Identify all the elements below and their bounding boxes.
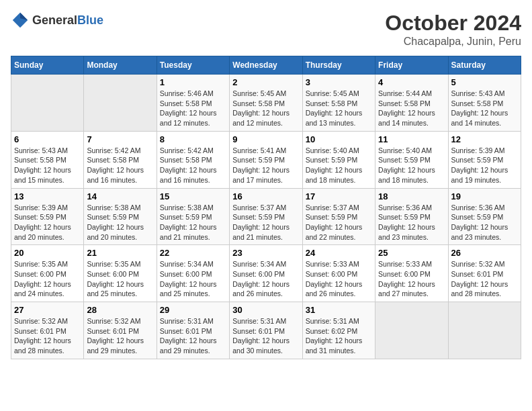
calendar-cell: 13Sunrise: 5:39 AM Sunset: 5:59 PM Dayli… <box>11 188 84 245</box>
day-number: 16 <box>232 191 299 201</box>
calendar-cell: 20Sunrise: 5:35 AM Sunset: 6:00 PM Dayli… <box>11 245 84 302</box>
day-number: 21 <box>87 248 153 258</box>
calendar-cell: 28Sunrise: 5:32 AM Sunset: 6:01 PM Dayli… <box>84 302 157 359</box>
calendar-header: SundayMondayTuesdayWednesdayThursdayFrid… <box>11 56 521 75</box>
calendar-week-4: 20Sunrise: 5:35 AM Sunset: 6:00 PM Dayli… <box>11 245 521 302</box>
calendar-cell: 19Sunrise: 5:36 AM Sunset: 5:59 PM Dayli… <box>448 188 521 245</box>
calendar-cell: 23Sunrise: 5:34 AM Sunset: 6:00 PM Dayli… <box>230 245 302 302</box>
calendar-cell: 31Sunrise: 5:31 AM Sunset: 6:02 PM Dayli… <box>302 302 375 359</box>
calendar-cell <box>11 75 84 132</box>
header-monday: Monday <box>84 56 157 75</box>
day-number: 24 <box>306 248 372 258</box>
day-number: 8 <box>160 134 226 144</box>
calendar-cell: 29Sunrise: 5:31 AM Sunset: 6:01 PM Dayli… <box>157 302 229 359</box>
day-number: 23 <box>232 248 299 258</box>
calendar-cell: 12Sunrise: 5:39 AM Sunset: 5:59 PM Dayli… <box>448 131 521 188</box>
calendar-cell <box>375 302 448 359</box>
day-info: Sunrise: 5:33 AM Sunset: 6:00 PM Dayligh… <box>306 259 372 299</box>
calendar-week-5: 27Sunrise: 5:32 AM Sunset: 6:01 PM Dayli… <box>11 302 521 359</box>
calendar-week-3: 13Sunrise: 5:39 AM Sunset: 5:59 PM Dayli… <box>11 188 521 245</box>
day-number: 2 <box>232 77 299 87</box>
day-info: Sunrise: 5:45 AM Sunset: 5:58 PM Dayligh… <box>232 89 299 128</box>
day-number: 5 <box>451 77 518 87</box>
day-number: 22 <box>160 248 226 258</box>
header-friday: Friday <box>375 56 448 75</box>
day-info: Sunrise: 5:33 AM Sunset: 6:00 PM Dayligh… <box>378 259 445 299</box>
calendar-week-2: 6Sunrise: 5:43 AM Sunset: 5:58 PM Daylig… <box>11 131 521 188</box>
page-header: GeneralBlue October 2024 Chacapalpa, Jun… <box>11 11 521 48</box>
day-info: Sunrise: 5:37 AM Sunset: 5:59 PM Dayligh… <box>306 203 372 242</box>
day-info: Sunrise: 5:34 AM Sunset: 6:00 PM Dayligh… <box>232 259 299 299</box>
day-info: Sunrise: 5:31 AM Sunset: 6:02 PM Dayligh… <box>306 316 372 356</box>
calendar-cell: 9Sunrise: 5:41 AM Sunset: 5:59 PM Daylig… <box>230 131 302 188</box>
day-info: Sunrise: 5:36 AM Sunset: 5:59 PM Dayligh… <box>378 203 445 242</box>
day-number: 17 <box>306 191 372 201</box>
calendar-cell: 5Sunrise: 5:43 AM Sunset: 5:58 PM Daylig… <box>448 75 521 132</box>
day-number: 20 <box>14 248 81 258</box>
header-tuesday: Tuesday <box>157 56 229 75</box>
day-number: 26 <box>451 248 518 258</box>
day-number: 13 <box>14 191 81 201</box>
title-block: October 2024 Chacapalpa, Junin, Peru <box>385 11 521 48</box>
calendar-week-1: 1Sunrise: 5:46 AM Sunset: 5:58 PM Daylig… <box>11 75 521 132</box>
day-info: Sunrise: 5:42 AM Sunset: 5:58 PM Dayligh… <box>87 146 153 185</box>
day-number: 29 <box>160 305 226 315</box>
calendar-cell: 22Sunrise: 5:34 AM Sunset: 6:00 PM Dayli… <box>157 245 229 302</box>
day-number: 12 <box>451 134 518 144</box>
day-number: 28 <box>87 305 153 315</box>
calendar-cell: 3Sunrise: 5:45 AM Sunset: 5:58 PM Daylig… <box>302 75 375 132</box>
calendar-cell: 30Sunrise: 5:31 AM Sunset: 6:01 PM Dayli… <box>230 302 302 359</box>
calendar-cell: 25Sunrise: 5:33 AM Sunset: 6:00 PM Dayli… <box>375 245 448 302</box>
calendar-cell: 18Sunrise: 5:36 AM Sunset: 5:59 PM Dayli… <box>375 188 448 245</box>
day-info: Sunrise: 5:46 AM Sunset: 5:58 PM Dayligh… <box>160 89 226 128</box>
logo-text-blue: Blue <box>77 13 103 27</box>
day-info: Sunrise: 5:32 AM Sunset: 6:01 PM Dayligh… <box>87 316 153 356</box>
day-info: Sunrise: 5:39 AM Sunset: 5:59 PM Dayligh… <box>14 203 81 242</box>
day-number: 27 <box>14 305 81 315</box>
day-number: 30 <box>232 305 299 315</box>
calendar-cell: 10Sunrise: 5:40 AM Sunset: 5:59 PM Dayli… <box>302 131 375 188</box>
day-number: 6 <box>14 134 81 144</box>
calendar-cell: 11Sunrise: 5:40 AM Sunset: 5:59 PM Dayli… <box>375 131 448 188</box>
calendar-cell: 6Sunrise: 5:43 AM Sunset: 5:58 PM Daylig… <box>11 131 84 188</box>
calendar-cell: 17Sunrise: 5:37 AM Sunset: 5:59 PM Dayli… <box>302 188 375 245</box>
day-info: Sunrise: 5:38 AM Sunset: 5:59 PM Dayligh… <box>160 203 226 242</box>
day-number: 4 <box>378 77 445 87</box>
day-number: 18 <box>378 191 445 201</box>
day-info: Sunrise: 5:45 AM Sunset: 5:58 PM Dayligh… <box>306 89 372 128</box>
day-number: 3 <box>306 77 372 87</box>
calendar-cell <box>84 75 157 132</box>
calendar-cell: 2Sunrise: 5:45 AM Sunset: 5:58 PM Daylig… <box>230 75 302 132</box>
header-wednesday: Wednesday <box>230 56 302 75</box>
day-info: Sunrise: 5:32 AM Sunset: 6:01 PM Dayligh… <box>451 259 518 299</box>
header-sunday: Sunday <box>11 56 84 75</box>
day-info: Sunrise: 5:40 AM Sunset: 5:59 PM Dayligh… <box>378 146 445 185</box>
page-title: October 2024 <box>385 11 521 36</box>
calendar-body: 1Sunrise: 5:46 AM Sunset: 5:58 PM Daylig… <box>11 75 521 359</box>
calendar-cell: 16Sunrise: 5:37 AM Sunset: 5:59 PM Dayli… <box>230 188 302 245</box>
day-info: Sunrise: 5:31 AM Sunset: 6:01 PM Dayligh… <box>160 316 226 356</box>
day-number: 19 <box>451 191 518 201</box>
day-info: Sunrise: 5:31 AM Sunset: 6:01 PM Dayligh… <box>232 316 299 356</box>
logo: GeneralBlue <box>11 11 103 30</box>
day-info: Sunrise: 5:41 AM Sunset: 5:59 PM Dayligh… <box>232 146 299 185</box>
logo-text-general: General <box>32 13 77 27</box>
day-info: Sunrise: 5:39 AM Sunset: 5:59 PM Dayligh… <box>451 146 518 185</box>
header-thursday: Thursday <box>302 56 375 75</box>
day-info: Sunrise: 5:37 AM Sunset: 5:59 PM Dayligh… <box>232 203 299 242</box>
day-number: 31 <box>306 305 372 315</box>
day-number: 9 <box>232 134 299 144</box>
calendar-cell: 24Sunrise: 5:33 AM Sunset: 6:00 PM Dayli… <box>302 245 375 302</box>
day-info: Sunrise: 5:38 AM Sunset: 5:59 PM Dayligh… <box>87 203 153 242</box>
day-number: 1 <box>160 77 226 87</box>
day-number: 25 <box>378 248 445 258</box>
calendar-cell <box>448 302 521 359</box>
calendar-cell: 4Sunrise: 5:44 AM Sunset: 5:58 PM Daylig… <box>375 75 448 132</box>
header-saturday: Saturday <box>448 56 521 75</box>
calendar-cell: 7Sunrise: 5:42 AM Sunset: 5:58 PM Daylig… <box>84 131 157 188</box>
day-number: 11 <box>378 134 445 144</box>
day-info: Sunrise: 5:35 AM Sunset: 6:00 PM Dayligh… <box>14 259 81 299</box>
day-number: 15 <box>160 191 226 201</box>
calendar-table: SundayMondayTuesdayWednesdayThursdayFrid… <box>11 56 521 359</box>
calendar-cell: 1Sunrise: 5:46 AM Sunset: 5:58 PM Daylig… <box>157 75 229 132</box>
